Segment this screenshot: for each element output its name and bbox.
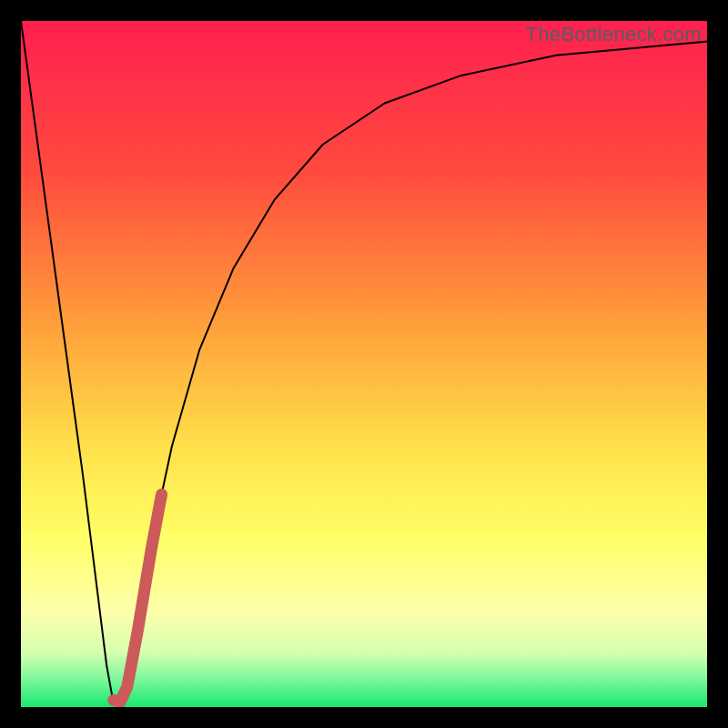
gradient-background xyxy=(21,21,707,707)
chart-svg xyxy=(21,21,707,707)
watermark-label: TheBottleneck.com xyxy=(526,23,702,46)
plot-area: TheBottleneck.com xyxy=(21,21,707,707)
chart-frame: TheBottleneck.com xyxy=(0,0,728,728)
